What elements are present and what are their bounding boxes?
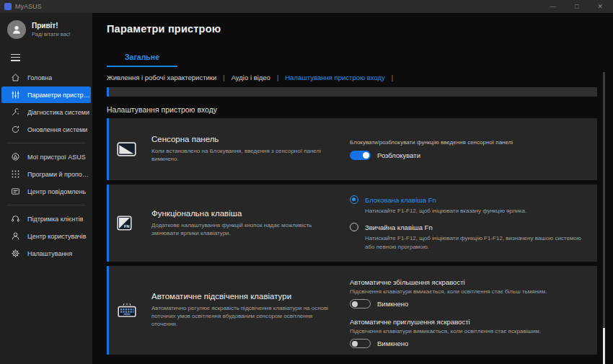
sidebar-item-label: Налаштування (27, 250, 72, 257)
device-circle-icon (11, 152, 21, 162)
subnav-separator: | (392, 74, 393, 81)
person-icon (11, 231, 21, 241)
subnav-power-performance[interactable]: Живлення і робочі характеристики (107, 74, 216, 81)
sidebar-item-home[interactable]: Головна (1, 69, 91, 86)
subnav: Живлення і робочі характеристики | Аудіо… (107, 74, 597, 81)
auto-brightness-down-description: Підсвічення клавіатури вимикається, коли… (350, 328, 588, 334)
sidebar-item-user-center[interactable]: Центр користувачів (1, 228, 91, 244)
subnav-separator: | (223, 74, 224, 81)
main-content: Параметри пристрою Загальне Живлення і р… (92, 13, 613, 364)
auto-brightness-up-description: Підсвічення клавіатури вмикається, коли … (350, 288, 588, 295)
sidebar-item-label: Мої пристрої ASUS (27, 154, 86, 161)
headset-icon (11, 214, 21, 224)
card-title: Функціональна клавіша (151, 209, 337, 218)
myasus-window: MyASUS — □ ✕ Привіт! Раді вітати вас! (0, 0, 613, 364)
page-title: Параметри пристрою (107, 23, 597, 35)
message-icon (11, 187, 21, 197)
wrench-icon (11, 107, 21, 117)
touchpad-icon (117, 142, 151, 156)
card-description: Додаткове налаштування функцій кнопок на… (151, 222, 337, 238)
partially-scrolled-card (107, 87, 597, 97)
auto-brightness-up-state: Вимкнено (377, 300, 408, 308)
sidebar-item-device-settings[interactable]: Параметри пристрою (1, 86, 91, 103)
minimize-button[interactable]: — (550, 0, 556, 13)
keyboard-backlight-card: Автоматичне підсвічення клавіатури Автом… (107, 266, 597, 355)
radio-normal-fn[interactable]: Звичайна клавіша Fn (350, 223, 588, 231)
sidebar-item-label: Параметри пристрою (27, 92, 91, 99)
gear-icon (11, 249, 21, 259)
auto-brightness-up-title: Автоматичне збільшення яскравості (350, 278, 588, 286)
fn-key-icon: FN (117, 216, 151, 231)
touchpad-toggle-caption: Блокувати/розблокувати функцію введення … (350, 139, 588, 146)
sidebar-nav: Головна Параметри пристрою Діаг (0, 69, 92, 262)
section-title: Налаштування пристрою входу (107, 105, 597, 114)
greeting-subtitle: Раді вітати вас! (32, 31, 71, 37)
radio-locked-fn[interactable]: Блокована клавіша Fn (350, 195, 588, 204)
divider (6, 205, 86, 205)
sidebar-item-label: Діагностика системи (27, 109, 89, 116)
card-title: Сенсорна панель (151, 135, 337, 143)
touchpad-toggle[interactable] (350, 151, 371, 160)
sidebar-item-label: Центр користувачів (27, 233, 87, 240)
radio-selected-icon[interactable] (350, 195, 358, 204)
sidebar-item-customer-support[interactable]: Підтримка клієнтів (1, 210, 91, 227)
radio-label: Звичайна клавіша Fn (365, 223, 433, 231)
sidebar-item-my-devices[interactable]: Мої пристрої ASUS (1, 148, 91, 165)
card-description: Коли встановлено на Блокування, введення… (151, 148, 337, 164)
auto-brightness-down-toggle[interactable] (350, 339, 371, 348)
app-title: MyASUS (15, 3, 42, 10)
maximize-button[interactable]: □ (575, 0, 578, 13)
auto-brightness-up-toggle[interactable] (350, 299, 371, 308)
svg-text:FN: FN (124, 224, 129, 228)
sidebar-item-label: Центр повідомлень (27, 188, 86, 195)
scrollbar-thumb[interactable] (603, 328, 605, 364)
sidebar-item-message-center[interactable]: Центр повідомлень (1, 183, 91, 200)
home-icon (11, 73, 21, 83)
sliders-icon (11, 90, 21, 100)
auto-brightness-down-title: Автоматичне приглушення яскравості (350, 318, 588, 326)
radio-label: Блокована клавіша Fn (365, 196, 436, 204)
radio-unselected-icon[interactable] (350, 223, 358, 231)
sidebar-item-label: Головна (27, 74, 52, 81)
refresh-icon (11, 125, 21, 135)
touchpad-card: Сенсорна панель Коли встановлено на Блок… (107, 118, 597, 180)
greeting-title: Привіт! (32, 22, 71, 30)
avatar[interactable] (7, 20, 26, 39)
subnav-input-device-settings[interactable]: Налаштування пристрою входу (285, 74, 385, 81)
sidebar-item-diagnostics[interactable]: Діагностика системи (1, 104, 91, 120)
function-key-card: FN Функціональна клавіша Додаткове налаш… (107, 185, 597, 262)
subnav-separator: | (277, 74, 278, 81)
sidebar-item-label: Підтримка клієнтів (27, 216, 83, 223)
person-silhouette-icon (11, 24, 22, 35)
keyboard-backlight-icon (117, 303, 151, 318)
sidebar: Привіт! Раді вітати вас! Головна (0, 13, 92, 364)
radio-description: Натискайте F1-F12, щоб ініціювати функці… (365, 234, 588, 250)
close-button[interactable]: ✕ (597, 0, 603, 13)
apps-grid-icon (11, 169, 21, 179)
card-title: Автоматичне підсвічення клавіатури (151, 292, 337, 301)
menu-icon[interactable] (0, 45, 92, 68)
scrollbar-track[interactable] (603, 72, 605, 364)
tab-bar: Загальне (107, 50, 597, 67)
auto-brightness-down-state: Вимкнено (377, 339, 408, 347)
radio-description: Натискайте F1-F12, щоб ініціювати вказан… (365, 207, 588, 215)
sidebar-item-apps-offers[interactable]: Програми й пропозиції від... (1, 166, 91, 182)
touchpad-toggle-state: Розблокувати (377, 151, 420, 159)
divider (6, 143, 86, 143)
sidebar-item-system-update[interactable]: Оновлення системи (1, 121, 91, 138)
card-description: Автоматично регулює яскравість підсвічен… (151, 305, 337, 328)
titlebar: MyASUS — □ ✕ (0, 0, 613, 13)
sidebar-item-label: Оновлення системи (27, 126, 87, 133)
user-block[interactable]: Привіт! Раді вітати вас! (0, 13, 92, 45)
sidebar-item-settings[interactable]: Налаштування (1, 245, 91, 262)
sidebar-item-label: Програми й пропозиції від... (27, 171, 91, 178)
subnav-audio-video[interactable]: Аудіо і відео (231, 74, 270, 81)
myasus-logo-icon (4, 3, 12, 10)
tab-general[interactable]: Загальне (107, 50, 177, 67)
tab-general-label: Загальне (125, 53, 159, 61)
